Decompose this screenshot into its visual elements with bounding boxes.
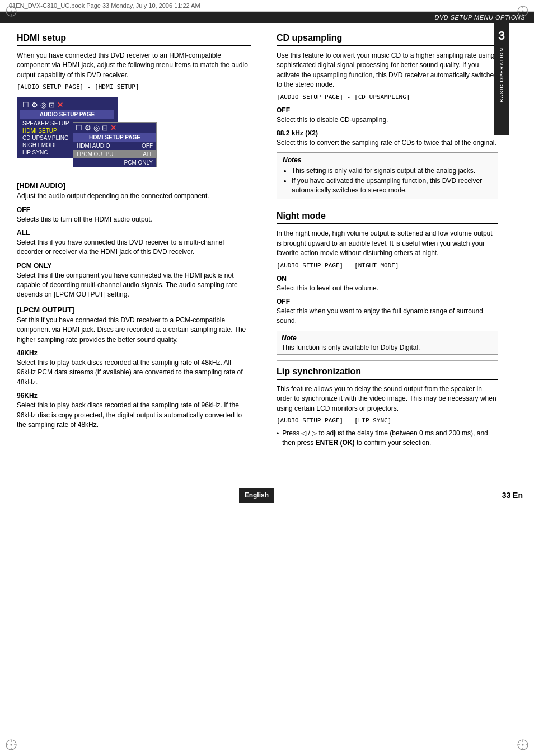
cd-off-desc: Select this to disable CD-upsampling. <box>277 115 498 125</box>
hdmi-setup-page-label: HDMI SETUP PAGE <box>73 133 156 142</box>
icon-square: ⊡ <box>49 101 55 109</box>
sub-icon-home: ☐ <box>76 124 82 132</box>
sub-icon-square: ⊡ <box>102 124 108 132</box>
hdmi-setup-submenu: ☐ ⚙ ◎ ⊡ ✕ HDMI SETUP PAGE HDMI AUDIO OFF… <box>73 122 157 167</box>
pcm-only-value: PCM ONLY <box>124 159 153 166</box>
notes-title: Notes <box>283 156 492 164</box>
lpcm-output-title: [LPCM OUTPUT] <box>17 306 251 314</box>
night-off-title: OFF <box>277 298 498 306</box>
notes-list: This setting is only valid for signals o… <box>283 166 492 195</box>
section-tab: 3 BASIC OPERATION <box>494 23 509 135</box>
cd-upsampling-title: CD upsampling <box>277 33 498 46</box>
hdmi-setup-title: HDMI setup <box>17 33 251 46</box>
lpcm-output-row: LPCM OUTPUT ALL <box>73 150 156 158</box>
night-note-box: Note This function is only available for… <box>277 331 498 355</box>
hdmi-audio-row: HDMI AUDIO OFF <box>73 142 156 150</box>
hdmi-setup-intro: When you have connected this DVD receive… <box>17 51 251 80</box>
lip-sync-title: Lip synchronization <box>277 367 498 380</box>
note-item-1: This setting is only valid for signals o… <box>292 166 492 176</box>
menu-screenshot: ☐ ⚙ ◎ ⊡ ✕ AUDIO SETUP PAGE SPEAKER SETUP… <box>17 97 251 176</box>
divider-1 <box>277 205 498 205</box>
48khz-desc: Select this to play back discs recorded … <box>17 358 251 387</box>
cd-upsampling-intro: Use this feature to convert your music C… <box>277 51 498 90</box>
submenu-icons: ☐ ⚙ ◎ ⊡ ✕ <box>73 123 156 133</box>
sub-icon-gear: ⚙ <box>85 124 91 132</box>
right-column: 3 BASIC OPERATION CD upsampling Use this… <box>263 23 509 461</box>
lip-sync-intro: This feature allows you to delay the sou… <box>277 384 498 414</box>
cd-x2-title: 88.2 kHz (X2) <box>277 129 498 137</box>
lpcm-output-value: ALL <box>143 151 153 157</box>
section-label: BASIC OPERATION <box>499 48 504 102</box>
bullet-symbol: • <box>277 429 279 448</box>
cd-off-title: OFF <box>277 106 498 114</box>
night-on-title: ON <box>277 275 498 283</box>
chapter-title: DVD SETUP MENU OPTIONS <box>434 14 525 21</box>
96khz-desc: Select this to play back discs recorded … <box>17 401 251 430</box>
arrow-left-icon: ◁ <box>301 429 306 437</box>
night-on-desc: Select this to level out the volume. <box>277 284 498 293</box>
hdmi-off-title: OFF <box>17 206 251 214</box>
hdmi-all-title: ALL <box>17 229 251 237</box>
hdmi-off-desc: Selects this to turn off the HDMI audio … <box>17 215 251 224</box>
page-footer: English 33 En <box>0 483 534 507</box>
pcm-only-row: PCM ONLY <box>73 158 156 167</box>
96khz-title: 96KHz <box>17 392 251 400</box>
night-mode-intro: In the night mode, high volume output is… <box>277 229 498 258</box>
icon-circle: ◎ <box>40 101 46 109</box>
night-mode-path: [AUDIO SETUP PAGE] - [NIGHT MODE] <box>277 261 498 270</box>
cd-notes-box: Notes This setting is only valid for sig… <box>277 152 498 199</box>
language-badge: English <box>239 488 274 503</box>
night-note-text: This function is only available for Dolb… <box>282 344 420 351</box>
file-info-text: 01EN_DVX-C310_UC.book Page 33 Monday, Ju… <box>9 2 200 9</box>
lip-sync-path: [AUDIO SETUP PAGE] - [LIP SYNC] <box>277 416 498 425</box>
lip-sync-instruction: • Press ◁ / ▷ to adjust the delay time (… <box>277 429 498 448</box>
lip-sync-text: Press ◁ / ▷ to adjust the delay time (be… <box>282 429 498 448</box>
night-mode-title: Night mode <box>277 211 498 224</box>
icon-gear: ⚙ <box>31 101 38 109</box>
audio-setup-page-label: AUDIO SETUP PAGE <box>20 110 114 119</box>
corner-mark-bl <box>4 738 18 752</box>
main-content: HDMI setup When you have connected this … <box>0 23 534 461</box>
enter-ok-label: ENTER (OK) <box>316 439 355 447</box>
night-note-title: Note <box>282 334 493 342</box>
divider-2 <box>277 360 498 361</box>
page-number: 33 En <box>502 491 523 500</box>
file-info-bar: 01EN_DVX-C310_UC.book Page 33 Monday, Ju… <box>0 0 534 12</box>
press-label: Press <box>282 429 299 437</box>
night-off-desc: Select this when you want to enjoy the f… <box>277 307 498 326</box>
hdmi-audio-desc: Adjust the audio output depending on the… <box>17 191 251 201</box>
left-column: HDMI setup When you have connected this … <box>0 23 263 461</box>
hdmi-audio-label: HDMI AUDIO <box>77 143 110 149</box>
48khz-title: 48KHz <box>17 349 251 357</box>
hdmi-setup-path: [AUDIO SETUP PAGE] - [HDMI SETUP] <box>17 83 251 92</box>
hdmi-audio-title: [HDMI AUDIO] <box>17 181 251 190</box>
sub-icon-close: ✕ <box>110 124 116 132</box>
menu-icons-row: ☐ ⚙ ◎ ⊡ ✕ <box>20 100 114 110</box>
icon-home: ☐ <box>22 101 29 109</box>
hdmi-all-desc: Select this if you have connected this D… <box>17 238 251 257</box>
cd-upsampling-path: [AUDIO SETUP PAGE] - [CD UPSAMPLING] <box>277 93 498 102</box>
corner-mark-br <box>516 738 530 752</box>
note-item-2: If you have activated the upsampling fun… <box>292 176 492 196</box>
pcm-only-title: PCM ONLY <box>17 262 251 270</box>
icon-close: ✕ <box>57 101 63 109</box>
sub-icon-circle: ◎ <box>93 124 100 132</box>
pcm-only-desc: Select this if the component you have co… <box>17 271 251 300</box>
section-number: 3 <box>498 29 505 43</box>
lpcm-output-desc: Set this if you have connected this DVD … <box>17 316 251 345</box>
cd-x2-desc: Select this to convert the sampling rate… <box>277 138 498 148</box>
lip-sync-end-text: to confirm your selection. <box>357 439 431 447</box>
hdmi-audio-value: OFF <box>142 143 153 149</box>
arrow-right-icon: ▷ <box>312 429 317 437</box>
lpcm-output-label: LPCM OUTPUT <box>77 151 117 157</box>
chapter-header: DVD SETUP MENU OPTIONS <box>0 12 534 23</box>
